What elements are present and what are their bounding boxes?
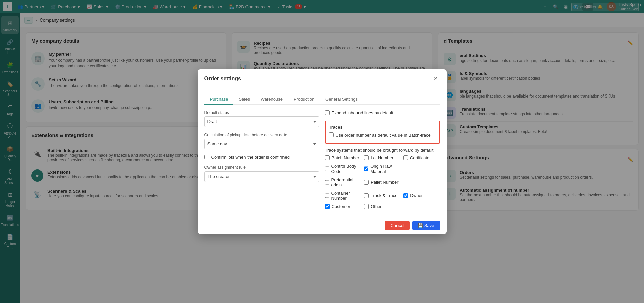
expand-inbound-checkbox[interactable]	[325, 110, 330, 115]
owner-checkbox[interactable]	[403, 193, 408, 198]
trace-owner[interactable]: Owner	[403, 191, 440, 201]
confirm-lots-checkbox[interactable]	[204, 155, 209, 159]
pickup-date-label: Calculation of pickup date before delive…	[204, 132, 319, 137]
modal-two-col: Default status Draft Calculation of pick…	[204, 110, 440, 211]
traces-default-label[interactable]: Use order number as default value in Bat…	[329, 132, 436, 138]
modal-footer: Cancel 💾 Save	[198, 217, 447, 234]
trace-customer[interactable]: Customer	[325, 204, 362, 209]
trace-other[interactable]: Other	[364, 204, 401, 209]
trace-systems-title: Trace systems that should be brought for…	[325, 148, 440, 153]
modal-header: Order settings ×	[198, 69, 447, 88]
modal-body: Purchase Sales Warehouse Production Gene…	[198, 88, 447, 217]
modal-right: Expand inbound lines by default Traces U…	[325, 110, 440, 211]
trace-control-body[interactable]: Control Body Code	[325, 164, 362, 174]
other-checkbox[interactable]	[364, 204, 369, 209]
expand-inbound-label[interactable]: Expand inbound lines by default	[325, 110, 440, 115]
traces-title: Traces	[329, 125, 436, 130]
confirm-lots-section: Confirm lots when the order is confirmed	[204, 155, 319, 160]
batch-number-checkbox[interactable]	[325, 155, 330, 160]
tab-warehouse[interactable]: Warehouse	[255, 94, 288, 105]
default-status-select[interactable]: Draft	[204, 116, 319, 127]
default-status-label: Default status	[204, 110, 319, 115]
control-body-checkbox[interactable]	[325, 166, 329, 171]
trace-empty-1	[403, 164, 440, 174]
modal-left: Default status Draft Calculation of pick…	[204, 110, 319, 211]
save-icon: 💾	[418, 223, 423, 228]
tab-production[interactable]: Production	[288, 94, 320, 105]
modal-overlay: Order settings × Purchase Sales Warehous…	[0, 0, 644, 303]
order-settings-modal: Order settings × Purchase Sales Warehous…	[198, 69, 447, 234]
owner-assignment-section: Owner assignment rule The creator	[204, 165, 319, 182]
customer-checkbox[interactable]	[325, 204, 330, 209]
trace-origin-raw[interactable]: Origin Raw Material	[364, 164, 401, 174]
cancel-button[interactable]: Cancel	[385, 221, 409, 230]
owner-assignment-label: Owner assignment rule	[204, 165, 319, 170]
tab-general-settings[interactable]: General Settings	[320, 94, 363, 105]
modal-close-button[interactable]: ×	[432, 75, 440, 83]
trace-lot-number[interactable]: Lot Number	[364, 155, 401, 160]
origin-raw-checkbox[interactable]	[364, 166, 368, 171]
traces-box: Traces Use order number as default value…	[325, 121, 440, 144]
preferential-origin-checkbox[interactable]	[325, 180, 329, 185]
lot-number-checkbox[interactable]	[364, 155, 369, 160]
trace-empty-2	[403, 177, 440, 187]
traces-default-checkbox[interactable]	[329, 132, 334, 137]
certificate-checkbox[interactable]	[403, 155, 408, 160]
modal-tab-list: Purchase Sales Warehouse Production Gene…	[204, 94, 440, 105]
trace-systems-grid: Batch Number Lot Number Certificate	[325, 155, 440, 211]
tab-sales[interactable]: Sales	[233, 94, 255, 105]
trace-container-number[interactable]: Container Number	[325, 191, 362, 201]
owner-assignment-select[interactable]: The creator	[204, 171, 319, 182]
pallet-number-checkbox[interactable]	[364, 180, 369, 185]
trace-certificate[interactable]: Certificate	[403, 155, 440, 160]
container-number-checkbox[interactable]	[325, 193, 329, 198]
tab-purchase[interactable]: Purchase	[204, 94, 234, 105]
trace-pallet-number[interactable]: Pallet Number	[364, 177, 401, 187]
track-trace-checkbox[interactable]	[364, 193, 369, 198]
trace-preferential-origin[interactable]: Preferential origin	[325, 177, 362, 187]
trace-batch-number[interactable]: Batch Number	[325, 155, 362, 160]
save-button[interactable]: 💾 Save	[412, 221, 440, 230]
default-status-section: Default status Draft	[204, 110, 319, 127]
pickup-date-select[interactable]: Same day	[204, 139, 319, 149]
pickup-date-section: Calculation of pickup date before delive…	[204, 132, 319, 149]
trace-track-trace[interactable]: Track & Trace	[364, 191, 401, 201]
modal-title: Order settings	[204, 76, 241, 82]
expand-inbound-section: Expand inbound lines by default	[325, 110, 440, 115]
confirm-lots-label[interactable]: Confirm lots when the order is confirmed	[204, 155, 319, 160]
